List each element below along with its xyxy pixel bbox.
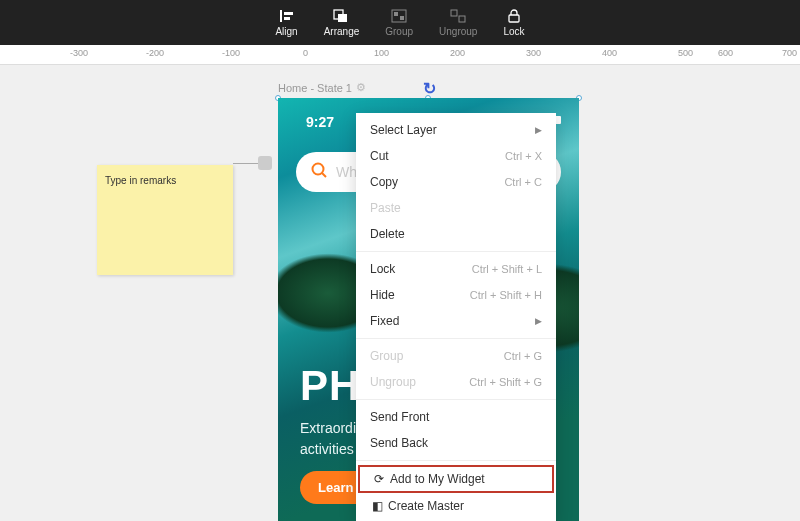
ruler-tick: 500 xyxy=(678,48,693,58)
ruler-tick: -300 xyxy=(70,48,88,58)
svg-rect-6 xyxy=(394,12,398,16)
top-toolbar: Align Arrange Group Ungroup Lock xyxy=(0,0,800,45)
svg-rect-4 xyxy=(338,14,347,22)
svg-line-12 xyxy=(322,173,326,177)
arrange-label: Arrange xyxy=(324,26,360,37)
ruler-tick: 400 xyxy=(602,48,617,58)
menu-send-front[interactable]: Send Front xyxy=(356,404,556,430)
master-icon: ◧ xyxy=(370,499,384,513)
ruler-tick: 100 xyxy=(374,48,389,58)
menu-send-back[interactable]: Send Back xyxy=(356,430,556,456)
menu-group: GroupCtrl + G xyxy=(356,343,556,369)
menu-hide[interactable]: HideCtrl + Shift + H xyxy=(356,282,556,308)
horizontal-ruler: -300-200-1000100200300400500600700 xyxy=(0,45,800,65)
align-icon xyxy=(279,8,295,24)
ruler-tick: 600 xyxy=(718,48,733,58)
ungroup-icon xyxy=(450,8,466,24)
search-placeholder: Wh xyxy=(336,164,357,180)
svg-point-11 xyxy=(313,164,324,175)
menu-copy[interactable]: CopyCtrl + C xyxy=(356,169,556,195)
sticky-note-text: Type in remarks xyxy=(105,175,176,186)
menu-ungroup: UngroupCtrl + Shift + G xyxy=(356,369,556,395)
ruler-tick: 0 xyxy=(303,48,308,58)
svg-rect-9 xyxy=(459,16,465,22)
chevron-right-icon: ▶ xyxy=(535,125,542,135)
artboard-name: Home - State 1 xyxy=(278,82,352,94)
arrange-tool[interactable]: Arrange xyxy=(324,8,360,37)
menu-separator xyxy=(356,251,556,252)
sticky-note[interactable]: Type in remarks xyxy=(97,165,233,275)
artboard-label[interactable]: Home - State 1 ⚙ xyxy=(278,81,366,94)
menu-lock[interactable]: LockCtrl + Shift + L xyxy=(356,256,556,282)
svg-rect-2 xyxy=(284,17,290,20)
group-icon xyxy=(391,8,407,24)
menu-delete[interactable]: Delete xyxy=(356,221,556,247)
ungroup-label: Ungroup xyxy=(439,26,477,37)
menu-separator xyxy=(356,399,556,400)
design-canvas[interactable]: Home - State 1 ⚙ ↻ 9:27 Wh PHU Extraordi… xyxy=(0,65,800,521)
group-tool[interactable]: Group xyxy=(385,8,413,37)
lock-label: Lock xyxy=(503,26,524,37)
svg-rect-0 xyxy=(280,10,282,22)
menu-cut[interactable]: CutCtrl + X xyxy=(356,143,556,169)
align-label: Align xyxy=(275,26,297,37)
svg-rect-7 xyxy=(400,16,404,20)
refresh-icon: ⟳ xyxy=(372,472,386,486)
ruler-tick: -200 xyxy=(146,48,164,58)
group-label: Group xyxy=(385,26,413,37)
svg-rect-10 xyxy=(509,15,519,22)
context-menu: Select Layer▶ CutCtrl + X CopyCtrl + C P… xyxy=(356,113,556,521)
arrange-icon xyxy=(333,8,349,24)
hero-subtitle: Extraordi activities xyxy=(300,418,356,460)
ruler-tick: 200 xyxy=(450,48,465,58)
menu-separator xyxy=(356,338,556,339)
phone-time: 9:27 xyxy=(306,114,334,130)
ruler-tick: 700 xyxy=(782,48,797,58)
ungroup-tool[interactable]: Ungroup xyxy=(439,8,477,37)
lock-icon xyxy=(507,8,521,24)
ruler-tick: -100 xyxy=(222,48,240,58)
chevron-right-icon: ▶ xyxy=(535,316,542,326)
note-connector-anchor[interactable] xyxy=(258,156,272,170)
svg-rect-1 xyxy=(284,12,293,15)
menu-fixed[interactable]: Fixed▶ xyxy=(356,308,556,334)
ruler-tick: 300 xyxy=(526,48,541,58)
gear-icon[interactable]: ⚙ xyxy=(356,81,366,94)
lock-tool[interactable]: Lock xyxy=(503,8,524,37)
menu-separator xyxy=(356,460,556,461)
svg-rect-8 xyxy=(451,10,457,16)
menu-add-to-my-widget[interactable]: ⟳ Add to My Widget xyxy=(358,465,554,493)
menu-select-layer[interactable]: Select Layer▶ xyxy=(356,117,556,143)
menu-create-master[interactable]: ◧ Create Master xyxy=(356,493,556,519)
search-icon xyxy=(310,161,328,183)
menu-paste: Paste xyxy=(356,195,556,221)
align-tool[interactable]: Align xyxy=(275,8,297,37)
